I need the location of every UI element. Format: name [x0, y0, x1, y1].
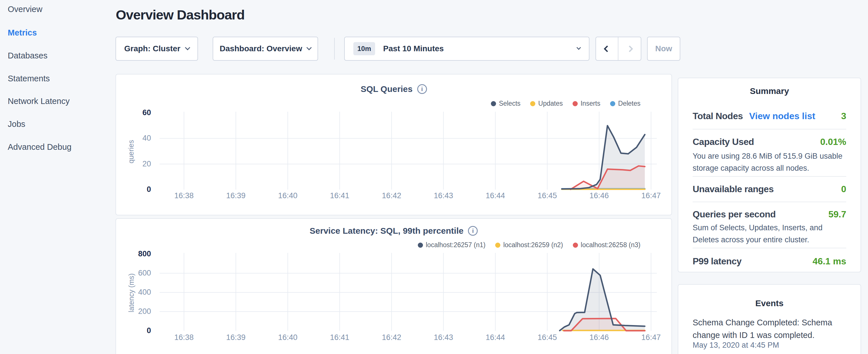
summary-description: Sum of Selects, Updates, Inserts, and De… — [693, 222, 848, 246]
x-tick-label: 16:46 — [584, 333, 615, 342]
time-range-label: Past 10 Minutes — [383, 44, 444, 53]
summary-row-capacity-used: Capacity Used 0.01% — [693, 137, 846, 147]
sidebar-item-databases[interactable]: Databases — [8, 51, 48, 60]
divider — [693, 129, 846, 129]
page-title: Overview Dashboard — [116, 7, 245, 23]
x-tick-label: 16:38 — [168, 191, 200, 200]
summary-label: P99 latency — [693, 256, 742, 267]
summary-row-unavailable-ranges: Unavailable ranges 0 — [693, 184, 846, 194]
summary-description: You are using 28.6 MiB of 515.9 GiB usab… — [693, 150, 848, 174]
summary-value: 3 — [841, 111, 846, 122]
summary-row-queries-per-second: Queries per second 59.7 — [693, 209, 846, 220]
time-pager — [595, 37, 641, 61]
events-panel: Events Schema Change Completed: Schema c… — [678, 284, 861, 354]
x-tick-label: 16:43 — [428, 333, 459, 342]
next-time-button[interactable] — [618, 37, 641, 60]
graph-scope-dropdown[interactable]: Graph: Cluster — [116, 37, 198, 61]
now-button[interactable]: Now — [647, 37, 680, 61]
x-tick-label: 16:39 — [220, 333, 252, 342]
chevron-down-icon — [185, 45, 190, 50]
summary-heading: Summary — [678, 86, 861, 96]
x-tick-label: 16:39 — [220, 191, 252, 200]
summary-label: Queries per second — [693, 209, 776, 220]
view-nodes-list-link[interactable]: View nodes list — [749, 111, 815, 122]
summary-row-total-nodes: Total Nodes View nodes list 3 — [693, 111, 846, 122]
sidebar-item-overview[interactable]: Overview — [8, 5, 42, 14]
x-tick-label: 16:45 — [532, 333, 563, 342]
summary-value: 59.7 — [829, 209, 846, 220]
sidebar-item-metrics[interactable]: Metrics — [8, 28, 37, 37]
x-tick-label: 16:42 — [376, 333, 407, 342]
chevron-down-icon — [577, 45, 581, 50]
app-root: Overview Metrics Databases Statements Ne… — [0, 0, 868, 354]
chevron-left-icon — [603, 45, 610, 52]
sidebar-item-jobs[interactable]: Jobs — [8, 120, 25, 129]
time-range-dropdown[interactable]: 10m Past 10 Minutes — [344, 37, 589, 61]
graph-scope-dropdown-label: Graph: Cluster — [124, 44, 180, 53]
x-tick-label: 16:40 — [272, 333, 304, 342]
summary-label: Unavailable ranges — [693, 184, 774, 194]
controls-divider — [334, 38, 335, 60]
x-tick-label: 16:44 — [480, 333, 511, 342]
sidebar-item-network-latency[interactable]: Network Latency — [8, 97, 70, 106]
x-tick-label: 16:40 — [272, 191, 304, 200]
x-tick-label: 16:41 — [324, 191, 355, 200]
summary-value: 0.01% — [820, 137, 846, 147]
divider — [693, 248, 846, 248]
divider — [693, 202, 846, 202]
x-tick-label: 16:38 — [168, 333, 200, 342]
time-range-badge: 10m — [353, 42, 375, 55]
prev-time-button[interactable] — [596, 37, 618, 60]
chevron-down-icon — [307, 45, 312, 50]
summary-label: Capacity Used — [693, 137, 754, 147]
event-message: Schema Change Completed: Schema change w… — [693, 316, 847, 342]
dashboard-dropdown-label: Dashboard: Overview — [220, 44, 302, 53]
service-latency-chart-card: Service Latency: SQL, 99th percentile i … — [116, 218, 672, 354]
x-tick-label: 16:41 — [324, 333, 355, 342]
events-heading: Events — [678, 298, 861, 308]
dashboard-dropdown[interactable]: Dashboard: Overview — [213, 37, 318, 61]
sql-queries-chart-card: SQL Queries i Selects Updates Inserts De… — [116, 74, 672, 215]
event-timestamp: May 13, 2020 at 4:45 PM — [693, 341, 847, 350]
divider — [693, 176, 846, 177]
now-button-label: Now — [655, 44, 672, 53]
x-tick-label: 16:43 — [428, 191, 459, 200]
x-tick-label: 16:45 — [532, 191, 563, 200]
x-tick-label: 16:46 — [584, 191, 615, 200]
summary-value: 46.1 ms — [813, 256, 846, 267]
summary-panel: Summary Total Nodes View nodes list 3 Ca… — [678, 77, 861, 272]
summary-row-p99-latency: P99 latency 46.1 ms — [693, 256, 846, 267]
x-tick-label: 16:44 — [480, 191, 511, 200]
summary-label: Total Nodes — [693, 111, 743, 122]
x-tick-label: 16:42 — [376, 191, 407, 200]
summary-value: 0 — [841, 184, 846, 194]
sidebar-item-advanced-debug[interactable]: Advanced Debug — [8, 142, 72, 152]
sidebar-item-statements[interactable]: Statements — [8, 74, 50, 83]
x-tick-label: 16:47 — [635, 191, 667, 200]
chevron-right-icon — [626, 45, 633, 52]
x-tick-label: 16:47 — [635, 333, 667, 342]
